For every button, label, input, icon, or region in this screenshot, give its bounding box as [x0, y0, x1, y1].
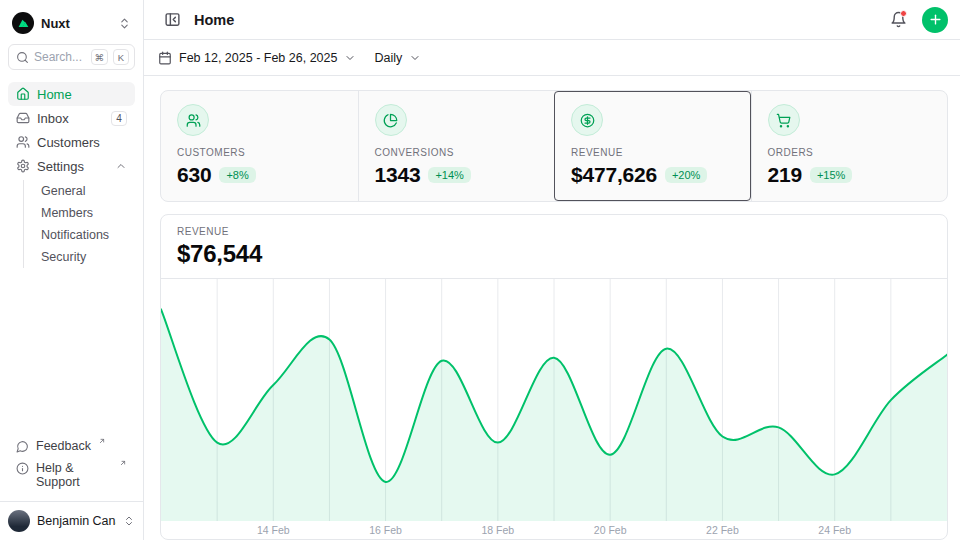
granularity-select[interactable]: Daily: [374, 51, 421, 65]
settings-sub-list: General Members Notifications Security: [23, 180, 135, 268]
stat-card-customers[interactable]: Customers 630 +8%: [161, 91, 358, 201]
external-link-icon: [98, 437, 106, 445]
dashboard-app: Nuxt ⌘ K Home: [0, 0, 960, 540]
sidebar-item-members[interactable]: Members: [24, 202, 135, 224]
message-circle-icon: [16, 440, 29, 453]
user-menu[interactable]: Benjamin Canac: [0, 501, 143, 540]
sidebar-item-customers[interactable]: Customers: [8, 130, 135, 154]
workspace-selector[interactable]: Nuxt: [8, 8, 135, 38]
user-name: Benjamin Canac: [37, 514, 116, 528]
chart-pie-icon: [375, 104, 407, 136]
nuxt-logo-icon: [12, 12, 34, 34]
kbd-k: K: [113, 49, 129, 65]
help-support-link[interactable]: Help & Support: [8, 457, 135, 493]
x-tick-label: 22 Feb: [706, 524, 739, 536]
stat-value: 219: [768, 163, 802, 187]
x-tick-label: 16 Feb: [369, 524, 402, 536]
stat-card-conversions[interactable]: Conversions 1343 +14%: [358, 91, 555, 201]
collapse-sidebar-button[interactable]: [158, 6, 186, 34]
revenue-chart-x-axis: 14 Feb16 Feb18 Feb20 Feb22 Feb24 Feb: [161, 521, 947, 539]
x-tick-label: 20 Feb: [594, 524, 627, 536]
delta-badge: +14%: [428, 167, 470, 183]
workspace-name: Nuxt: [41, 16, 111, 31]
cart-icon: [768, 104, 800, 136]
page-content: Customers 630 +8% Conversions 1343 +14%: [144, 76, 960, 540]
search-icon: [16, 51, 29, 64]
filters-toolbar: Feb 12, 2025 - Feb 26, 2025 Daily: [144, 40, 960, 76]
stat-value: 1343: [375, 163, 421, 187]
chart-total-value: $76,544: [177, 240, 931, 268]
users-icon: [16, 135, 30, 149]
delta-badge: +20%: [665, 167, 707, 183]
sidebar-item-inbox[interactable]: Inbox 4: [8, 106, 135, 130]
x-tick-label: 14 Feb: [257, 524, 290, 536]
search-box[interactable]: ⌘ K: [8, 44, 135, 70]
sidebar-item-home[interactable]: Home: [8, 82, 135, 106]
dollar-circle-icon: [571, 104, 603, 136]
chart-title: Revenue: [177, 226, 931, 237]
revenue-chart-card: Revenue $76,544 14 Feb16 Feb18 Feb20 Feb…: [160, 214, 948, 540]
page-title: Home: [194, 12, 876, 28]
home-icon: [16, 87, 30, 101]
notification-dot: [900, 10, 907, 17]
revenue-chart-header: Revenue $76,544: [161, 215, 947, 279]
users-icon: [177, 104, 209, 136]
add-button[interactable]: [922, 7, 948, 33]
delta-badge: +15%: [810, 167, 852, 183]
stat-card-revenue[interactable]: Revenue $477,626 +20%: [554, 91, 751, 201]
sidebar-footer: Feedback Help & Support: [8, 435, 135, 493]
delta-badge: +8%: [219, 167, 255, 183]
page-header: Home: [144, 0, 960, 40]
avatar: [8, 510, 30, 532]
sidebar-item-settings[interactable]: Settings: [8, 154, 135, 178]
info-icon: [16, 462, 29, 475]
sidebar-item-notifications[interactable]: Notifications: [24, 224, 135, 246]
notifications-button[interactable]: [884, 6, 912, 34]
stats-grid: Customers 630 +8% Conversions 1343 +14%: [160, 90, 948, 202]
chevrons-up-down-icon: [118, 17, 131, 30]
chevron-down-icon: [344, 52, 356, 64]
chevron-up-icon: [115, 160, 127, 172]
inbox-count-badge: 4: [111, 111, 127, 126]
sidebar: Nuxt ⌘ K Home: [0, 0, 144, 540]
feedback-link[interactable]: Feedback: [8, 435, 135, 457]
kbd-cmd: ⌘: [91, 49, 109, 65]
x-tick-label: 24 Feb: [818, 524, 851, 536]
main-area: Home Feb 12, 2025 - Feb 26, 2025: [144, 0, 960, 540]
chevrons-up-down-icon: [123, 515, 135, 527]
panel-left-close-icon: [164, 11, 181, 28]
search-input[interactable]: [34, 50, 86, 64]
inbox-icon: [16, 111, 30, 125]
revenue-chart-plot[interactable]: [161, 279, 947, 521]
chevron-down-icon: [409, 52, 421, 64]
stat-value: $477,626: [571, 163, 657, 187]
calendar-icon: [158, 51, 172, 65]
sidebar-nav: Home Inbox 4 Customers: [8, 82, 135, 270]
x-tick-label: 18 Feb: [481, 524, 514, 536]
plus-icon: [928, 12, 943, 27]
stat-card-orders[interactable]: Orders 219 +15%: [751, 91, 948, 201]
stat-value: 630: [177, 163, 211, 187]
external-link-icon: [119, 459, 127, 467]
sidebar-item-security[interactable]: Security: [24, 246, 135, 268]
date-range-picker[interactable]: Feb 12, 2025 - Feb 26, 2025: [158, 51, 356, 65]
sidebar-item-general[interactable]: General: [24, 180, 135, 202]
gear-icon: [16, 159, 30, 173]
